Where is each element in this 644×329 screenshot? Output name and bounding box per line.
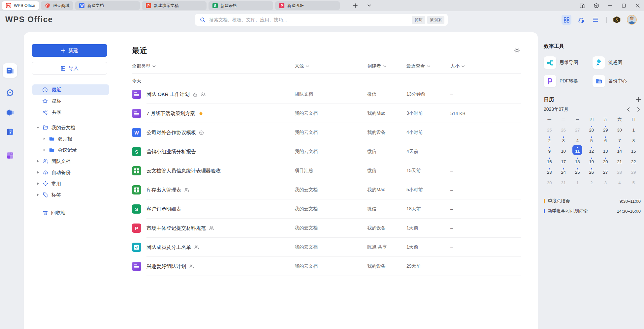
file-row[interactable]: S客户订单明细表我的云文档微信18天前– [132, 199, 521, 219]
file-row[interactable]: S营销小组业绩分析报告我的云文档微信4天前– [132, 142, 521, 161]
calendar-day[interactable]: 24 [557, 166, 571, 176]
new-document-button[interactable]: 新建 [32, 44, 107, 57]
calendar-day[interactable]: 23 [542, 166, 557, 176]
tree-item-双月报[interactable]: 双月报 [24, 133, 117, 144]
file-row[interactable]: 团队成员及分工名单我的云文档陈旭 共享1天前– [132, 238, 521, 257]
calendar-day[interactable]: 7 [613, 134, 627, 145]
calendar-day[interactable]: 13 [598, 145, 613, 155]
tool-备份中心[interactable]: 备份中心 [593, 74, 641, 89]
calendar-day[interactable]: 27 [570, 124, 585, 134]
calendar-day-selected[interactable]: 11 [570, 145, 585, 155]
calendar-day[interactable]: 28 [613, 166, 627, 176]
close-icon[interactable] [635, 3, 641, 9]
rail-item-apps-purple-icon[interactable] [3, 148, 17, 163]
import-button[interactable]: 导入 [32, 62, 107, 75]
file-row[interactable]: 兴趣爱好组队计划我的云文档我的设备29天前– [132, 257, 521, 276]
calendar-day[interactable]: 16 [542, 155, 557, 166]
tool-PDF转换[interactable]: PDF转换 [544, 74, 593, 89]
calendar-day[interactable]: 18 [570, 155, 585, 166]
calendar-day[interactable]: 26 [585, 166, 599, 176]
calendar-day[interactable]: 1 [570, 176, 585, 187]
file-row[interactable]: W公司对外合作协议模板我的云文档我的设备4小时前– [132, 123, 521, 142]
app-tab[interactable]: W新建文档 [75, 1, 140, 10]
calendar-day[interactable]: 3 [598, 176, 613, 187]
calendar-day[interactable]: 31 [557, 176, 571, 187]
calendar-day[interactable]: 26 [557, 124, 571, 134]
app-tab[interactable]: P新建PDF [275, 1, 340, 10]
calendar-day[interactable]: 2 [542, 134, 557, 145]
calendar-day[interactable]: 17 [557, 155, 571, 166]
devices-icon[interactable] [579, 3, 585, 9]
calendar-day[interactable]: 14 [613, 145, 627, 155]
caret-right-icon[interactable] [36, 171, 40, 174]
filter-创建者[interactable]: 创建者 [367, 63, 406, 69]
app-tab[interactable]: WPS Office [2, 1, 39, 10]
filter-最近查看[interactable]: 最近查看 [406, 63, 450, 69]
tree-item-自动备份[interactable]: 自动备份 [24, 167, 117, 178]
sidebar-item-最近[interactable]: 最近 [32, 84, 109, 95]
tree-item-标签[interactable]: 标签 [24, 189, 117, 200]
new-tab-button[interactable] [351, 1, 360, 10]
calendar-day[interactable]: 19 [585, 155, 599, 166]
tool-流程图[interactable]: 流程图 [593, 55, 641, 70]
rail-item-calendar-7-icon[interactable]: 7 [3, 124, 17, 139]
tree-item-我的云文档[interactable]: 我的云文档 [24, 122, 117, 133]
calendar-day[interactable]: 3 [557, 134, 571, 145]
file-row[interactable]: P市场主体登记提交材料规范我的云文档我的设备1天前– [132, 219, 521, 238]
maximize-icon[interactable] [621, 3, 627, 9]
caret-right-icon[interactable] [43, 137, 46, 140]
calendar-day[interactable]: 12 [585, 145, 599, 155]
sidebar-item-共享[interactable]: 共享 [32, 107, 109, 117]
rail-item-documents-icon[interactable] [3, 63, 17, 78]
file-row[interactable]: 团队 OKR 工作计划团队文档微信13分钟前– [132, 85, 521, 104]
calendar-day[interactable]: 20 [598, 155, 613, 166]
calendar-day[interactable]: 27 [598, 166, 613, 176]
file-row[interactable]: 云文档管人员信息统计表理器验收项目汇总微信15天前– [132, 161, 521, 180]
filter-全部类型[interactable]: 全部类型 [132, 63, 295, 69]
calendar-day[interactable]: 25 [542, 124, 557, 134]
calendar-day[interactable]: 22 [627, 155, 641, 166]
caret-right-icon[interactable] [36, 193, 40, 196]
tree-item-团队文档[interactable]: 团队文档 [24, 156, 117, 167]
calendar-day[interactable]: 25 [570, 166, 585, 176]
cube-icon[interactable] [593, 3, 599, 9]
calendar-day[interactable]: 6 [598, 134, 613, 145]
calendar-event[interactable]: 季度总结会9:30–11:00 [544, 196, 642, 206]
list-settings-button[interactable] [513, 46, 521, 55]
add-event-button[interactable] [635, 96, 642, 103]
tool-思维导图[interactable]: 思维导图 [544, 55, 593, 70]
calendar-day[interactable]: 29 [627, 166, 641, 176]
caret-down-icon[interactable] [36, 126, 40, 129]
tab-list-dropdown[interactable] [365, 1, 373, 10]
caret-right-icon[interactable] [36, 160, 40, 163]
sidebar-item-星标[interactable]: 星标 [32, 96, 109, 106]
calendar-day[interactable]: 2 [585, 176, 599, 187]
app-tab[interactable]: P新建演示文稿 [142, 1, 207, 10]
rail-item-meeting-icon[interactable] [3, 105, 17, 120]
next-month-button[interactable] [637, 107, 640, 112]
app-tab[interactable]: 稻壳商城 [41, 1, 73, 10]
calendar-day[interactable]: 9 [542, 145, 557, 155]
calendar-day[interactable]: 1 [627, 124, 641, 134]
rail-item-chat-icon[interactable] [3, 85, 17, 100]
caret-right-icon[interactable] [43, 148, 46, 152]
file-row[interactable]: 7 月线下活动策划方案我的云文档我的Mac3小时前514 KB [132, 104, 521, 123]
vip-badge-icon[interactable]: S [613, 16, 621, 23]
app-tab[interactable]: S新建表格 [209, 1, 273, 10]
calendar-day[interactable]: 21 [613, 155, 627, 166]
user-avatar[interactable] [627, 15, 637, 25]
caret-right-icon[interactable] [36, 182, 40, 185]
tree-item-回收站[interactable]: 回收站 [24, 207, 117, 218]
tree-item-会议记录[interactable]: 会议记录 [24, 144, 117, 156]
calendar-day[interactable]: 5 [585, 134, 599, 145]
calendar-event[interactable]: 新季度学习计划讨论14:30–16:00 [544, 206, 642, 216]
search-tag[interactable]: 简历 [412, 16, 425, 24]
headset-icon[interactable] [576, 15, 586, 25]
filter-来源[interactable]: 来源 [295, 63, 367, 69]
search-input[interactable] [209, 17, 407, 23]
tree-item-常用[interactable]: 常用 [24, 178, 117, 189]
prev-month-button[interactable] [627, 107, 630, 112]
search-tag[interactable]: 策划案 [427, 16, 444, 24]
calendar-day[interactable]: 30 [613, 124, 627, 134]
menu-icon[interactable] [591, 15, 600, 25]
